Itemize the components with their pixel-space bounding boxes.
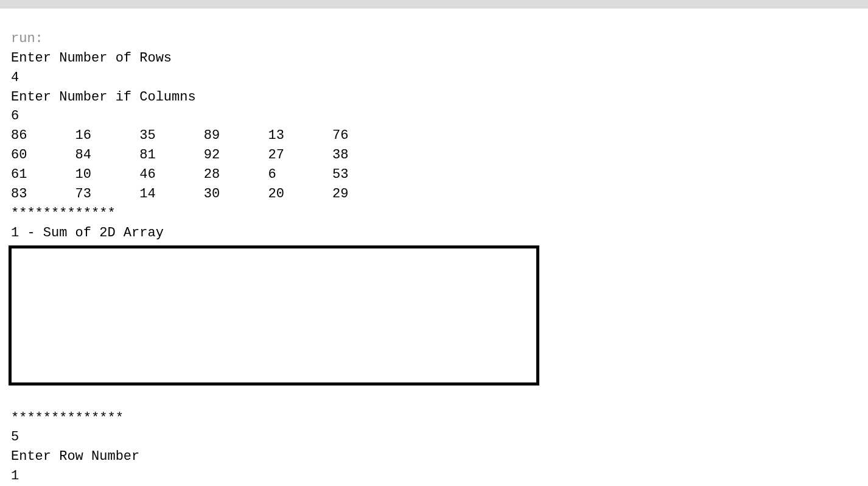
separator-1: ************* bbox=[11, 206, 116, 221]
prompt-rows: Enter Number of Rows bbox=[11, 51, 172, 66]
window-top-bar bbox=[0, 0, 868, 9]
row-number-value: 1 bbox=[11, 468, 19, 484]
prompt-cols: Enter Number if Columns bbox=[11, 90, 196, 105]
prompt-row-number: Enter Row Number bbox=[11, 449, 139, 464]
matrix-row-0: 86 16 35 89 13 76 bbox=[11, 128, 349, 143]
separator-2: ************** bbox=[11, 410, 124, 426]
rows-value: 4 bbox=[11, 70, 19, 85]
run-label: run: bbox=[11, 31, 43, 46]
matrix-row-2: 61 10 46 28 6 53 bbox=[11, 167, 349, 182]
console-output-continued[interactable]: ************** 5 Enter Row Number 1 Exce… bbox=[0, 388, 868, 486]
matrix-row-1: 60 84 81 92 27 38 bbox=[11, 147, 349, 163]
cols-value: 6 bbox=[11, 108, 19, 124]
menu-choice: 5 bbox=[11, 429, 19, 445]
console-output[interactable]: run: Enter Number of Rows 4 Enter Number… bbox=[0, 9, 868, 243]
redaction-box bbox=[9, 245, 539, 386]
menu-item-1: 1 - Sum of 2D Array bbox=[11, 225, 164, 241]
matrix-row-3: 83 73 14 30 20 29 bbox=[11, 186, 349, 202]
